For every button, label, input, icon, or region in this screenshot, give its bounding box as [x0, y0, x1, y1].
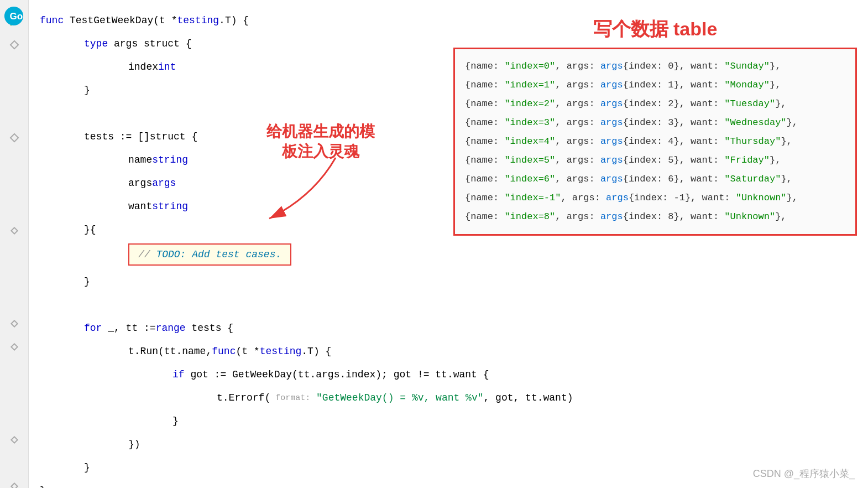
annotation-title: 写个数据 table: [453, 17, 857, 42]
gutter-row-13: [0, 312, 28, 335]
fold-icon-2[interactable]: [9, 133, 19, 143]
gutter-row-17: [0, 405, 28, 428]
line-todo: // TODO: Add test cases.: [40, 241, 857, 270]
fold-icon-4[interactable]: [10, 320, 18, 328]
svg-text:Go: Go: [9, 11, 23, 22]
line-close5: }): [40, 433, 857, 456]
dt-row-5: {name: "index=5", args: args{index: 5}, …: [465, 151, 845, 170]
gutter: ▶: [0, 0, 29, 488]
fold-icon-3[interactable]: [10, 227, 18, 235]
line-for: for _, tt := range tests {: [40, 316, 857, 340]
main-container: ▶: [0, 0, 868, 488]
dt-row-neg1: {name: "index=-1", args: args{index: -1}…: [465, 189, 845, 207]
line-close3: }: [40, 270, 857, 293]
gutter-row-8: [0, 196, 28, 219]
gutter-row-6: [0, 149, 28, 173]
gutter-row-14: [0, 335, 28, 359]
gutter-row-10: [0, 242, 28, 266]
gutter-row-9: [0, 219, 28, 242]
gutter-row-7: [0, 173, 28, 196]
line-trun: t.Run(tt.name, func(t *testing.T) {: [40, 340, 857, 363]
line-errorf: t.Errorf( format: "GetWeekDay() = %v, wa…: [40, 386, 857, 409]
gutter-row-2: [0, 56, 28, 80]
line-blank2: [40, 293, 857, 316]
dt-row-8: {name: "index=8", args: args{index: 8}, …: [465, 207, 845, 226]
gutter-row-19: [0, 451, 28, 475]
gutter-row-16: [0, 382, 28, 405]
dt-row-2: {name: "index=2", args: args{index: 2}, …: [465, 95, 845, 113]
fold-icon-6[interactable]: [10, 436, 18, 444]
fold-icon-1[interactable]: [9, 40, 19, 50]
todo-box: // TODO: Add test cases.: [128, 243, 291, 266]
code-area: func TestGetWeekDay(t *testing.T) { type…: [29, 0, 868, 488]
label-inject-soul: 给机器生成的模 板注入灵魂: [266, 122, 375, 162]
line-if: if got := GetWeekDay(tt.args.index); got…: [40, 363, 857, 386]
fold-icon-5[interactable]: [10, 343, 18, 351]
todo-text: // TODO: Add test cases.: [138, 249, 281, 260]
gutter-row-12: [0, 289, 28, 312]
gutter-row-5: [0, 126, 28, 149]
line-close6: }: [40, 456, 857, 479]
dt-row-1: {name: "index=1", args: args{index: 1}, …: [465, 76, 845, 95]
dt-row-0: {name: "index=0", args: args{index: 0}, …: [465, 57, 845, 76]
go-logo: Go: [3, 6, 24, 27]
line-close4: }: [40, 409, 857, 433]
watermark: CSDN @_程序猿小菜_: [753, 467, 855, 480]
annotation-right: 写个数据 table {name: "index=0", args: args{…: [453, 17, 857, 236]
gutter-icons: ▶: [0, 6, 28, 488]
gutter-row-20: [0, 475, 28, 488]
gutter-row-4: [0, 103, 28, 126]
label-text: 给机器生成的模 板注入灵魂: [266, 122, 375, 162]
gutter-row-3: [0, 80, 28, 103]
gutter-row-15: [0, 359, 28, 382]
line-close7: }: [40, 479, 857, 488]
gutter-row-18: [0, 428, 28, 451]
gutter-row-11: [0, 266, 28, 289]
dt-row-3: {name: "index=3", args: args{index: 3}, …: [465, 113, 845, 132]
dt-row-4: {name: "index=4", args: args{index: 4}, …: [465, 132, 845, 151]
data-table-box: {name: "index=0", args: args{index: 0}, …: [453, 48, 857, 236]
dt-row-6: {name: "index=6", args: args{index: 6}, …: [465, 170, 845, 189]
gutter-row-1: [0, 33, 28, 56]
fold-icon-7[interactable]: [10, 482, 18, 488]
